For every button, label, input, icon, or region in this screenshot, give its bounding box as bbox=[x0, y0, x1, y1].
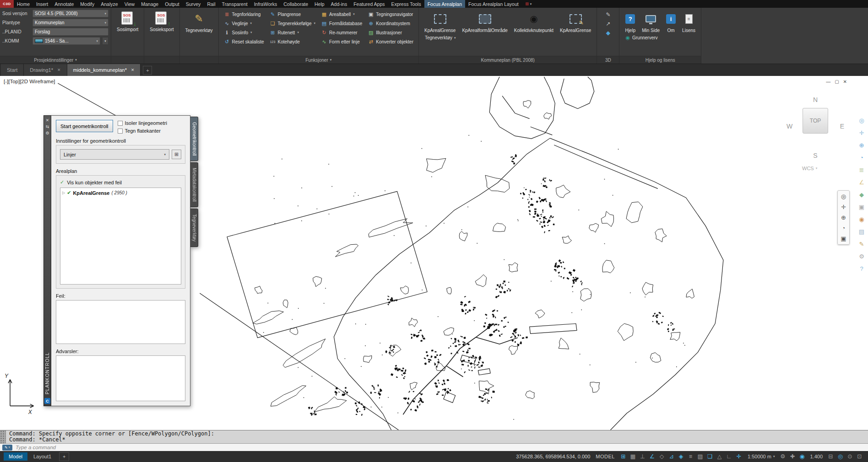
button-hjelp[interactable]: ?Hjelp bbox=[622, 10, 639, 34]
layout1-tab[interactable]: Layout1 bbox=[28, 452, 56, 461]
object-snap-tracking-icon[interactable]: ⊿ bbox=[667, 454, 676, 460]
button-kparealgrense[interactable]: KpArealGrense bbox=[557, 10, 594, 34]
button-tegneverkt-y[interactable]: ✎Tegneverktøy bbox=[182, 10, 216, 56]
menu-tab-insert[interactable]: Insert bbox=[33, 0, 51, 8]
viewcube-east[interactable]: E bbox=[840, 123, 844, 130]
close-tab-icon[interactable]: ✕ bbox=[131, 68, 135, 72]
draw-3d-icon[interactable]: ✎ bbox=[602, 11, 614, 19]
osnap-3d-icon[interactable]: △ bbox=[715, 454, 724, 460]
file-tab-start[interactable]: Start bbox=[1, 64, 24, 76]
chevron-down-icon[interactable]: ▾ bbox=[314, 21, 316, 25]
button-kparealform-lomr-de[interactable]: KpArealformålOmråde bbox=[459, 10, 510, 34]
dynamic-input-icon[interactable]: ✛ bbox=[734, 454, 743, 460]
menu-tab-view[interactable]: View bbox=[121, 0, 138, 8]
command-line-grip[interactable] bbox=[0, 430, 6, 443]
field-sosi-versjon[interactable]: SOSI 4.5 (PBL 2008)▾ bbox=[33, 10, 108, 17]
palette-tab-tegneverkt-y[interactable]: Tegneverktøy bbox=[190, 209, 198, 247]
annotation-visibility-icon[interactable]: ◉ bbox=[797, 454, 807, 460]
errors-list[interactable] bbox=[56, 300, 185, 344]
dynamic-ucs-icon[interactable]: ∟ bbox=[724, 454, 734, 460]
minimize-icon[interactable]: — bbox=[826, 79, 830, 84]
ribbon-item-form-ldatabase[interactable]: ▤Formåldatabase bbox=[318, 19, 365, 28]
pan-icon[interactable]: ✛ bbox=[857, 129, 866, 137]
ribbon-item-reset-skalaliste[interactable]: ↺Reset skalaliste bbox=[221, 37, 267, 46]
add-scale-icon[interactable]: ✚ bbox=[787, 454, 797, 460]
palette-titlebar[interactable]: ✕ ⇆ ⚙ PLANKONTROLL C bbox=[43, 115, 51, 406]
viewcube-north[interactable]: N bbox=[787, 96, 844, 103]
ribbon-item-sosiinfo[interactable]: ℹSosiinfo▾ bbox=[221, 28, 267, 37]
menu-tab-add-ins[interactable]: Add-ins bbox=[328, 0, 351, 8]
palette-tab-geometrikontroll[interactable]: Geometrikontroll bbox=[190, 117, 198, 161]
viewcube-top-face[interactable]: TOP bbox=[803, 108, 828, 134]
chevron-down-icon[interactable]: ▾ bbox=[353, 12, 355, 16]
model-tab[interactable]: Model bbox=[4, 452, 27, 461]
command-history[interactable]: Command: Specify opposite corner or [Fen… bbox=[6, 430, 868, 443]
object-snap-icon[interactable]: ◈ bbox=[676, 454, 686, 460]
menu-tab-annotate[interactable]: Annotate bbox=[51, 0, 77, 8]
ribbon-item-tegningsnavigator[interactable]: ▣Tegningsnavigator bbox=[365, 10, 416, 19]
menu-tab-survey[interactable]: Survey bbox=[183, 0, 204, 8]
solid-3d-icon[interactable]: ◆ bbox=[602, 29, 614, 37]
menu-tab-home[interactable]: Home bbox=[14, 0, 33, 8]
menu-tab-manage[interactable]: Manage bbox=[138, 0, 162, 8]
section-icon[interactable]: ◆ bbox=[857, 190, 866, 199]
show-only-errors-filter[interactable]: ✓ Vis kun objekter med feil bbox=[60, 179, 181, 185]
menu-tab-rail[interactable]: Rail bbox=[204, 0, 218, 8]
menu-overflow-button[interactable]: ▾ bbox=[522, 0, 536, 8]
warnings-list[interactable] bbox=[56, 355, 185, 401]
viewport-controls-label[interactable]: [-][Top][2D Wireframe] bbox=[4, 79, 55, 84]
ribbon-item-arealtabell[interactable]: ▦Arealtabell▾ bbox=[318, 10, 365, 19]
palette-tab-metadatakontroll[interactable]: Metadatakontroll bbox=[190, 162, 198, 207]
draw-surface-edges-checkbox[interactable]: Tegn flatekanter bbox=[118, 128, 167, 134]
menu-tab-collaborate[interactable]: Collaborate bbox=[280, 0, 311, 8]
close-icon[interactable]: ✕ bbox=[843, 79, 847, 84]
ribbon-item-plangrense[interactable]: ✎Plangrense bbox=[267, 10, 318, 19]
properties-icon[interactable]: ▤ bbox=[857, 227, 866, 236]
ribbon-item-tegnforklaring[interactable]: ≣Tegnforklaring bbox=[221, 10, 267, 19]
menu-tab-featured-apps[interactable]: Featured Apps bbox=[350, 0, 388, 8]
chevron-down-icon[interactable]: ▾ bbox=[250, 21, 252, 25]
ribbon-item-illustrasjoner[interactable]: ▨Illustrasjoner bbox=[365, 28, 416, 37]
units-icon[interactable]: ⊟ bbox=[826, 454, 835, 460]
ribbon-item-form-etter-linje[interactable]: ∿Form etter linje bbox=[318, 37, 365, 46]
menu-tab-help[interactable]: Help bbox=[311, 0, 328, 8]
orbit-icon[interactable]: ◔ bbox=[857, 153, 866, 161]
settings-icon[interactable]: ⚙ bbox=[857, 252, 866, 260]
annotation-scale-chip[interactable]: 1:50000 m▾ bbox=[744, 454, 778, 459]
grid-icon[interactable]: ⊞ bbox=[618, 454, 628, 460]
markup-icon[interactable]: ✎ bbox=[857, 240, 866, 248]
showmotion-icon[interactable]: ▣ bbox=[841, 235, 846, 242]
polar-tracking-icon[interactable]: ∠ bbox=[647, 454, 657, 460]
file-tab-drawing1[interactable]: Drawing1*✕ bbox=[24, 64, 67, 76]
menu-tab-express-tools[interactable]: Express Tools bbox=[388, 0, 424, 8]
panel-label-funksjoner[interactable]: Funksjoner ▾ bbox=[219, 56, 418, 64]
button-sosiimport[interactable]: SOS↓Sosiimport bbox=[114, 10, 141, 56]
ribbon-item-koteh-yde[interactable]: 123Kotehøyde bbox=[267, 37, 318, 46]
isolate-objects-icon[interactable]: ⊙ bbox=[845, 454, 855, 460]
ribbon-item-tegnerekkef-lge[interactable]: ❏Tegnerekkefølge▾ bbox=[267, 19, 318, 28]
menu-tab-analyze[interactable]: Analyze bbox=[98, 0, 121, 8]
restore-icon[interactable]: ▢ bbox=[835, 79, 839, 84]
panel-label-prosjektinnstillinger[interactable]: Prosjektinnstillinger ▾ bbox=[0, 56, 111, 64]
new-layout-button[interactable]: + bbox=[59, 452, 69, 461]
menu-tab-focus-arealplan-layout[interactable]: Focus Arealplan Layout bbox=[465, 0, 522, 8]
close-tab-icon[interactable]: ✕ bbox=[57, 68, 61, 72]
file-tab-middels-kommuneplan[interactable]: middels_kommuneplan*✕ bbox=[67, 64, 141, 76]
button-om[interactable]: iOm bbox=[663, 10, 679, 34]
start-geometry-check-button[interactable]: Start geometrikontroll bbox=[56, 120, 113, 132]
orbit-tool-icon[interactable]: ◔ bbox=[842, 225, 846, 231]
tree-item-kparealgrense[interactable]: ▷ ✔ KpArealGrense ( 2950 ) bbox=[60, 188, 181, 198]
checkbox-box[interactable] bbox=[118, 129, 123, 134]
menu-tab-focus-arealplan[interactable]: Focus Arealplan bbox=[424, 0, 465, 8]
button-min-side[interactable]: Min Side bbox=[639, 10, 663, 34]
layers-icon[interactable]: ≣ bbox=[857, 166, 866, 174]
zoom-tool-icon[interactable]: ⊕ bbox=[841, 214, 846, 221]
isolate-line-geometry-checkbox[interactable]: Isoler linjegeometri bbox=[118, 120, 167, 126]
render-icon[interactable]: ◉ bbox=[857, 215, 866, 223]
ribbon-item-koordinatsystem[interactable]: ⊕Koordinatsystem bbox=[365, 19, 416, 28]
menu-tab-infraworks[interactable]: InfraWorks bbox=[251, 0, 281, 8]
tegneverktoy-dropdown[interactable]: Tegneverktøy ▾ bbox=[421, 34, 594, 42]
menu-tab-output[interactable]: Output bbox=[162, 0, 183, 8]
transparency-icon[interactable]: ▨ bbox=[695, 454, 705, 460]
button-lisens[interactable]: ≡Lisens bbox=[679, 10, 699, 34]
